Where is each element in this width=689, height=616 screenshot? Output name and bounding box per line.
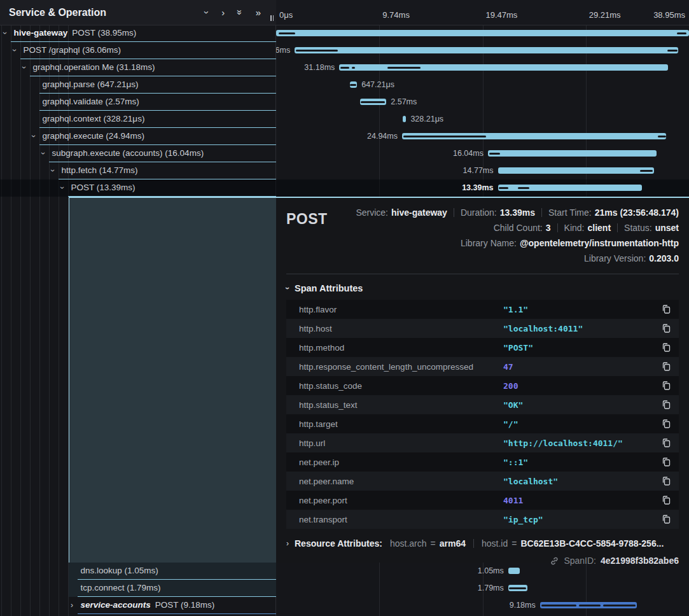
span-attributes-header[interactable]: › Span Attributes [286,283,679,293]
collapse-one-icon[interactable]: › [202,11,212,14]
span-bar[interactable] [295,47,678,53]
timeline-cell: 2.57ms [276,94,689,111]
copy-icon [661,304,671,314]
attribute-value: 47 [503,362,513,372]
attribute-value: "POST" [503,343,533,353]
meta-value: client [587,223,611,233]
resource-attributes-title: Resource Attributes: [295,538,382,549]
expand-chevron-icon[interactable]: › [11,49,18,52]
attribute-key: http.host [286,324,503,333]
span-row[interactable]: › http.fetch (14.77ms) 14.77ms [0,162,689,179]
span-bar[interactable] [403,116,407,122]
copy-button[interactable] [661,342,671,353]
span-row[interactable]: › service-accountsPOST (9.18ms) 9.18ms [0,597,689,614]
expand-chevron-icon[interactable]: › [30,135,38,137]
bar-mark [296,50,338,52]
attribute-key: http.status_text [286,400,503,410]
span-row[interactable]: graphql.context (328.21μs) 328.21μs [0,111,689,128]
span-row[interactable]: › graphql.execute (24.94ms) 24.94ms [0,128,689,145]
attribute-key: http.status_code [286,381,503,391]
meta-line: Service:hive-gatewayDuration:13.39msStar… [356,207,679,218]
meta-label: Child Count: [494,223,543,233]
link-icon [550,556,559,566]
copy-button[interactable] [661,304,671,314]
operation-name: http.fetch (14.77ms) [62,165,138,175]
attribute-key: net.peer.ip [286,458,503,467]
expand-chevron-icon[interactable]: › [71,601,73,609]
copy-button[interactable] [661,361,671,372]
copy-icon [661,457,671,467]
bar-mark [279,32,295,34]
column-resize-grip[interactable] [270,15,274,21]
copy-button[interactable] [661,495,671,505]
span-name: graphql.context (328.21μs) [43,114,145,123]
collapse-all-icon[interactable]: » [235,10,245,15]
span-bar[interactable] [508,568,520,574]
bar-mark [361,101,385,103]
span-row[interactable]: › subgraph.execute (accounts) (16.04ms) … [0,145,689,162]
copy-button[interactable] [661,419,671,429]
meta-line: Library Version:0.203.0 [584,253,679,263]
span-row[interactable]: tcp.connect (1.79ms) 1.79ms [0,580,689,597]
copy-icon [661,476,671,486]
attribute-key: net.transport [286,515,503,524]
expand-chevron-icon[interactable]: › [39,152,47,155]
span-row[interactable]: › graphql.operation Me (31.18ms) 31.18ms [0,59,689,76]
copy-button[interactable] [661,457,671,467]
bar-mark [350,84,356,86]
copy-button[interactable] [661,514,671,524]
span-bar[interactable] [498,167,655,174]
timeline-ruler: 0μs9.74ms19.47ms29.21ms38.95ms [276,0,689,25]
span-name: graphql.operation Me (31.18ms) [33,62,155,72]
expand-chevron-icon[interactable]: › [49,169,57,172]
meta-value: 21ms (23:56:48.174) [595,207,679,218]
expand-chevron-icon[interactable]: › [20,66,28,69]
bar-mark [640,170,653,172]
attribute-key: http.target [286,419,503,429]
span-row[interactable]: › POST (13.39ms) 13.39ms [0,179,689,197]
span-name: graphql.validate (2.57ms) [43,97,139,106]
span-row[interactable]: graphql.validate (2.57ms) 2.57ms [0,94,689,111]
trace-viewer: › hive-gatewayPOST (38.95ms) 38.95ms › P… [0,0,689,616]
copy-button[interactable] [661,476,671,486]
attribute-value: 4011 [503,496,523,505]
attribute-row: net.transport "ip_tcp" [286,510,679,529]
copy-button[interactable] [661,400,671,410]
timeline-cell: 14.77ms [276,162,689,179]
timeline-cell: 1.79ms [276,580,689,597]
expand-chevron-icon[interactable]: › [1,32,9,34]
attribute-row: net.peer.port 4011 [286,491,679,510]
attribute-key: net.peer.port [286,496,503,505]
copy-icon [661,381,671,391]
expand-chevron-icon[interactable]: › [59,186,66,189]
chevron-right-icon: › [286,539,289,548]
span-bar[interactable] [488,150,657,157]
span-row[interactable]: › hive-gatewayPOST (38.95ms) 38.95ms [0,25,689,42]
timeline-cell: 36.06ms [276,42,689,59]
span-name: dns.lookup (1.05ms) [81,566,158,575]
copy-button[interactable] [661,381,671,391]
attribute-value: "OK" [503,400,523,410]
duration-label: 31.18ms [304,63,335,72]
divider [454,208,454,217]
attribute-row: http.status_text "OK" [286,395,679,414]
divider [473,539,474,548]
resource-attributes-row[interactable]: › Resource Attributes: host.arch=arm64ho… [286,538,679,549]
resource-key: host.arch [390,538,427,549]
duration-label: 1.05ms [478,566,504,575]
span-row[interactable]: › POST /graphql (36.06ms) 36.06ms [0,42,689,59]
expand-one-icon[interactable]: › [221,8,225,17]
copy-icon [661,419,671,429]
bar-mark [603,605,636,606]
meta-label: Library Name: [461,238,517,248]
copy-button[interactable] [661,323,671,333]
expand-all-icon[interactable]: » [256,8,261,17]
copy-button[interactable] [661,438,671,448]
attribute-value: "ip_tcp" [503,515,543,524]
duration-label: 13.39ms [462,183,493,192]
attribute-row: http.url "http://localhost:4011/" [286,433,679,452]
span-row[interactable]: graphql.parse (647.21μs) 647.21μs [0,76,689,94]
duration-label: 24.94ms [367,132,398,141]
span-bar[interactable] [276,30,689,36]
attribute-value: "localhost:4011" [503,324,583,333]
